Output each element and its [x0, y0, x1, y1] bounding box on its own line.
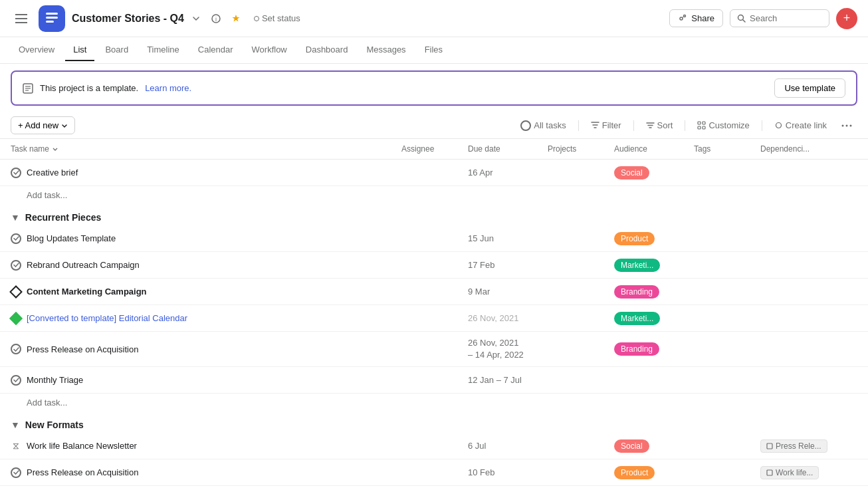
app-icon[interactable] [39, 5, 65, 32]
title-row: Customer Stories - Q4 i Set status [72, 11, 306, 27]
title-dropdown-icon[interactable] [188, 11, 204, 27]
add-task-row[interactable]: Add task... [0, 186, 868, 204]
table-row[interactable]: Content Marketing Campaign 9 Mar Brandin… [0, 279, 868, 305]
customize-button[interactable]: Customize [692, 118, 754, 133]
duedate-cell: 9 Mar [463, 281, 542, 302]
tab-dashboard[interactable]: Dashboard [298, 39, 356, 61]
toolbar-sep-3 [685, 120, 685, 131]
col-tags: Tags [689, 139, 755, 159]
svg-rect-4 [46, 17, 58, 19]
deps-cell: Work life... [755, 461, 857, 485]
task-name-cell: Rebrand Outreach Campaign [11, 255, 396, 276]
table-row[interactable]: ⧖ Work life Balance Newsletter 6 Jul Soc… [0, 433, 868, 459]
template-banner: This project is a template. Learn more. … [11, 70, 857, 106]
template-icon [23, 83, 33, 94]
table-row[interactable]: Press Release on Acquisition 26 Nov, 202… [0, 332, 868, 367]
customize-icon [697, 121, 706, 130]
audience-cell: Product [609, 461, 689, 485]
col-duedate: Due date [463, 139, 542, 159]
more-options-button[interactable] [836, 122, 857, 130]
section-header-new-formats[interactable]: ▼ New Formats [0, 412, 868, 433]
tab-timeline[interactable]: Timeline [139, 39, 187, 61]
favorite-icon[interactable] [228, 11, 244, 27]
info-icon[interactable]: i [208, 11, 224, 27]
project-title[interactable]: Customer Stories - Q4 [72, 13, 184, 25]
table-row[interactable]: Blog Updates Template 15 Jun Product [0, 225, 868, 252]
search-box[interactable]: Search [730, 9, 829, 27]
tags-cell [689, 344, 755, 354]
col-task-name: Task name [11, 139, 396, 159]
duedate-cell: 6 Jul [463, 435, 542, 456]
assignee-cell [396, 168, 463, 178]
tab-messages[interactable]: Messages [358, 39, 413, 61]
toolbar-sep-4 [762, 120, 762, 131]
table-row[interactable]: Rebrand Outreach Campaign 17 Feb Marketi… [0, 252, 868, 279]
task-status-icon [11, 168, 21, 178]
filter-button[interactable]: Filter [586, 118, 627, 133]
tab-workflow[interactable]: Workflow [244, 39, 295, 61]
projects-cell [542, 375, 609, 386]
link-icon [774, 121, 783, 130]
tab-list[interactable]: List [65, 39, 94, 61]
table-container: Task name Assignee Due date Projects Aud… [0, 139, 868, 488]
deps-cell [755, 287, 857, 297]
table-row[interactable]: [Converted to template] Editorial Calend… [0, 305, 868, 332]
svg-point-25 [850, 124, 852, 126]
audience-badge: Social [614, 166, 649, 180]
table-row[interactable]: Monthly Triage 12 Jan – 7 Jul [0, 367, 868, 394]
add-new-button[interactable]: + Add new [11, 116, 75, 134]
sort-task-icon [52, 146, 58, 152]
audience-cell: Product [609, 227, 689, 251]
share-button[interactable]: Share [669, 9, 723, 27]
section-header-recurrent[interactable]: ▼ Recurrent Pieces [0, 204, 868, 225]
task-name-cell: Content Marketing Campaign [11, 281, 396, 303]
assignee-cell [396, 344, 463, 354]
add-task-row[interactable]: Add task... [0, 394, 868, 412]
table-row[interactable]: Creative brief 16 Apr Social [0, 160, 868, 186]
learn-more-link[interactable]: Learn more. [145, 83, 191, 93]
duedate-cell: 26 Nov, 2021– 14 Apr, 2022 [463, 332, 542, 366]
audience-badge: Product [614, 232, 655, 245]
task-name-cell: Monthly Triage [11, 370, 396, 391]
svg-point-24 [846, 124, 848, 126]
table-row[interactable]: Press Release on Acquisition 10 Feb Prod… [0, 459, 868, 486]
toolbar-sep-2 [633, 120, 634, 131]
projects-cell [542, 344, 609, 354]
svg-rect-0 [15, 14, 27, 15]
deps-cell [755, 313, 857, 324]
use-template-button[interactable]: Use template [774, 78, 845, 98]
assignee-cell [396, 260, 463, 271]
add-button[interactable]: + [836, 8, 857, 29]
projects-cell [542, 233, 609, 244]
add-icon: Add task... [27, 398, 67, 408]
svg-rect-18 [698, 122, 701, 124]
all-tasks-icon [520, 120, 531, 131]
section-title: Recurrent Pieces [25, 212, 101, 223]
col-audience: Audience [609, 139, 689, 159]
audience-badge: Product [614, 466, 655, 479]
tags-cell [689, 467, 755, 478]
menu-button[interactable] [11, 8, 32, 29]
task-name-cell: Creative brief [11, 162, 396, 183]
audience-badge: Marketi... [614, 259, 660, 272]
all-tasks-button[interactable]: All tasks [515, 118, 571, 134]
tab-overview[interactable]: Overview [11, 39, 62, 61]
tab-files[interactable]: Files [417, 39, 451, 61]
sort-button[interactable]: Sort [641, 118, 679, 133]
tags-cell [689, 313, 755, 324]
dependency-badge: Press Rele... [760, 439, 827, 453]
tab-calendar[interactable]: Calendar [190, 39, 241, 61]
section-title: New Formats [25, 420, 84, 430]
task-status-icon [11, 344, 21, 354]
svg-rect-1 [15, 18, 27, 19]
tab-board[interactable]: Board [97, 39, 136, 61]
create-link-button[interactable]: Create link [769, 118, 832, 133]
template-banner-text: This project is a template. Learn more. [23, 83, 191, 94]
table-header: Task name Assignee Due date Projects Aud… [0, 139, 868, 160]
set-status-button[interactable]: Set status [248, 11, 306, 25]
projects-cell [542, 441, 609, 451]
col-deps: Dependenci... [755, 139, 857, 159]
section-toggle-icon: ▼ [11, 212, 20, 223]
tags-cell [689, 233, 755, 244]
svg-rect-20 [698, 126, 701, 129]
